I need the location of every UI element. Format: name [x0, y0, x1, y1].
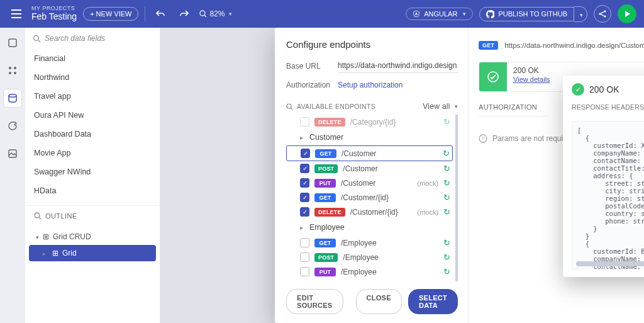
redo-icon[interactable]	[175, 5, 193, 23]
rail-pages-icon[interactable]	[4, 34, 21, 52]
datasource-item[interactable]: Dashboard Data	[25, 125, 160, 144]
svg-point-2	[604, 10, 606, 12]
svg-point-7	[9, 72, 11, 74]
svg-rect-10	[9, 150, 16, 157]
tree-row-grid[interactable]: ⊞Grid	[29, 245, 156, 261]
tab-response-headers[interactable]: RESPONSE HEADERS	[572, 103, 644, 116]
search-placeholder: Search data fields	[45, 34, 105, 43]
svg-point-12	[35, 213, 40, 218]
framework-select[interactable]: ANGULAR	[406, 8, 473, 20]
view-details-link[interactable]: View details	[513, 76, 550, 83]
endpoint-row[interactable]: DELETE /Category/{id} ↻	[286, 115, 453, 129]
publish-group: PUBLISH TO GITHUB	[479, 6, 587, 22]
svg-point-13	[287, 104, 291, 108]
endpoint-group[interactable]: Employee	[286, 219, 453, 235]
request-verb: GET	[479, 41, 498, 50]
svg-point-9	[9, 94, 16, 97]
project-name: Feb Testing	[31, 12, 77, 21]
menu-icon[interactable]	[8, 5, 25, 23]
publish-dropdown[interactable]	[574, 6, 587, 22]
svg-rect-4	[9, 39, 16, 47]
modal-footer: EDIT SOURCES CLOSE SELECT DATA	[286, 281, 458, 314]
arrow-icon: ↻	[443, 117, 450, 127]
setup-auth-link[interactable]: Setup authorization	[338, 81, 402, 89]
verb-badge: DELETE	[314, 118, 345, 127]
publish-label: PUBLISH TO GITHUB	[498, 10, 567, 18]
edit-sources-button[interactable]: EDIT SOURCES	[286, 289, 343, 314]
arrow-icon: ↻	[443, 149, 450, 158]
data-panel: Search data fields Financial Northwind T…	[25, 28, 160, 323]
project-title-block[interactable]: MY PROJECTS Feb Testing	[31, 6, 77, 21]
auth-tab[interactable]: AUTHORIZATION	[479, 103, 548, 116]
modal-left: Configure endpoints Base URL Authorizati…	[275, 28, 469, 323]
outline-header: OUTLINE	[25, 205, 160, 226]
endpoint-row[interactable]: POST/Employee↻	[286, 250, 453, 264]
rail-data-icon[interactable]	[4, 89, 21, 107]
endpoint-row[interactable]: PUT/Customer(mock)↻	[286, 176, 453, 190]
endpoint-row[interactable]: POST/Customer↻	[286, 161, 453, 176]
svg-point-8	[14, 72, 16, 74]
success-icon	[572, 83, 584, 96]
modal-title: Configure endpoints	[286, 39, 458, 50]
preview-button[interactable]	[618, 4, 636, 23]
endpoint-list[interactable]: DELETE /Category/{id} ↻ Customer GET/Cus…	[286, 115, 458, 281]
rail-components-icon[interactable]	[4, 62, 21, 79]
svg-point-3	[604, 15, 606, 17]
share-icon[interactable]	[594, 5, 611, 23]
datasource-item[interactable]: Oura API New	[25, 106, 160, 125]
endpoint-row[interactable]: PUT/Employee↻	[286, 264, 453, 279]
new-view-button[interactable]: + NEW VIEW	[83, 7, 138, 21]
canvas: atic ↕ Grow ↘ Shrink ✎ ＋ ＋ ng✕ 🗑 Custome…	[160, 28, 644, 323]
svg-point-14	[488, 72, 498, 82]
datasource-list: Financial Northwind Travel app Oura API …	[25, 49, 160, 200]
projects-label: MY PROJECTS	[31, 6, 77, 12]
svg-point-11	[34, 35, 39, 40]
rail-theme-icon[interactable]	[4, 117, 21, 135]
publish-button[interactable]: PUBLISH TO GITHUB	[479, 7, 574, 21]
endpoint-checkbox[interactable]	[301, 149, 310, 158]
close-button[interactable]: CLOSE	[356, 289, 402, 314]
rail-assets-icon[interactable]	[4, 145, 21, 162]
outline-tree: ⊞Grid CRUD ⊞Grid	[25, 226, 160, 264]
svg-point-1	[599, 13, 601, 14]
endpoint-checkbox[interactable]	[300, 117, 309, 127]
datasource-item[interactable]: Financial	[25, 49, 160, 68]
status-text: 200 OK	[513, 66, 550, 75]
endpoint-row[interactable]: GET/Employee↻	[286, 235, 453, 250]
datasource-item[interactable]: Travel app	[25, 87, 160, 106]
base-url-row: Base URL	[286, 59, 458, 73]
top-bar: MY PROJECTS Feb Testing + NEW VIEW 82% A…	[0, 0, 644, 28]
datasource-item[interactable]: Swagger NWind	[25, 162, 160, 181]
datasource-item[interactable]: Movie App	[25, 144, 160, 162]
datasource-item[interactable]: HData	[25, 181, 160, 200]
endpoint-group[interactable]: Customer	[286, 129, 453, 145]
view-all-toggle[interactable]: View all	[423, 102, 458, 111]
auth-label: Authorization	[286, 81, 338, 89]
datasource-item[interactable]: Northwind	[25, 68, 160, 87]
svg-point-6	[14, 67, 16, 69]
select-data-button[interactable]: SELECT DATA	[408, 289, 458, 314]
response-json[interactable]: [ { customerId: XRNQBM companyName: stri…	[572, 121, 644, 269]
endpoint-row[interactable]: DELETE/Customer/{id}(mock)↻	[286, 205, 453, 219]
zoom-value: 82%	[209, 9, 225, 18]
svg-point-5	[9, 67, 11, 69]
framework-label: ANGULAR	[424, 10, 457, 18]
endpoint-row[interactable]: GET/Customer/{id}↻	[286, 190, 453, 205]
available-header: AVAILABLE ENDPOINTS View all	[286, 102, 458, 111]
response-popover: 200 OK ✕ RESPONSE HEADERS RESPONSE CONTE…	[563, 76, 644, 277]
side-rail	[0, 28, 25, 323]
success-icon	[479, 62, 507, 91]
request-url: https://data-northwind.indigo.design/Cus…	[504, 42, 644, 49]
popover-tabs: RESPONSE HEADERS RESPONSE CONTENT	[572, 103, 644, 116]
search-row[interactable]: Search data fields	[25, 28, 160, 49]
tree-row-root[interactable]: ⊞Grid CRUD	[29, 229, 156, 245]
undo-icon[interactable]	[152, 5, 169, 23]
popover-status: 200 OK	[589, 84, 619, 94]
base-url-input[interactable]	[338, 59, 458, 73]
svg-point-0	[200, 11, 205, 16]
auth-row: Authorization Setup authorization	[286, 81, 458, 89]
base-url-label: Base URL	[286, 62, 338, 71]
endpoint-row[interactable]: GET/Customer↻	[286, 145, 453, 161]
request-row: GET https://data-northwind.indigo.design…	[479, 38, 644, 53]
zoom-control[interactable]: 82%	[199, 9, 232, 18]
